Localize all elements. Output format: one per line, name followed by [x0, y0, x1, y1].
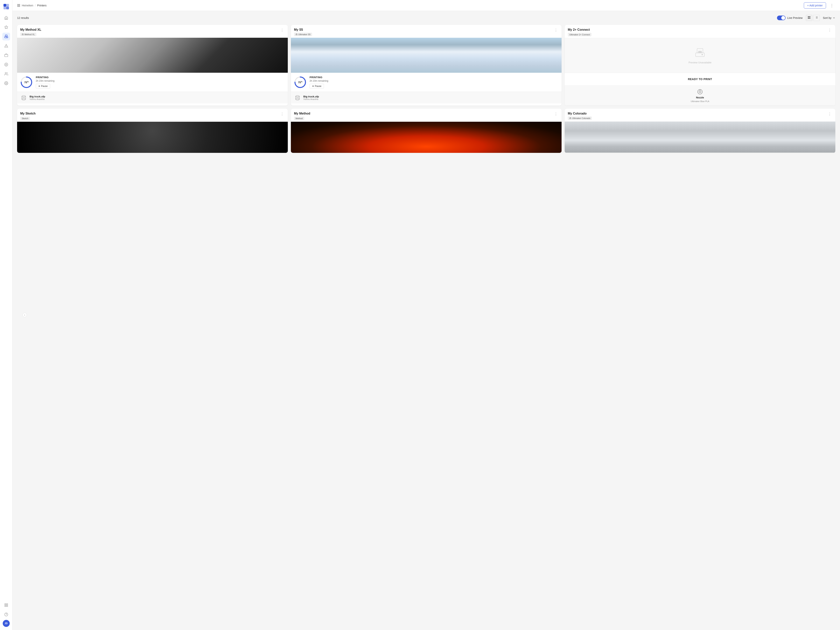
sidebar-item-help[interactable] [2, 611, 10, 618]
camera-feed [291, 38, 562, 73]
chevron-down-icon [833, 17, 835, 19]
pause-icon [38, 85, 40, 87]
pause-button[interactable]: Pause [309, 84, 324, 88]
printer-name: My S5 [294, 28, 312, 32]
progress-circle: 75% [20, 76, 33, 88]
job-name: Big truck.ufp [30, 95, 45, 98]
card-header: My S5 Ultimaker S5 ⋮ [291, 25, 562, 38]
add-printer-button[interactable]: + Add printer [804, 2, 826, 9]
printer-name: My Method [294, 112, 310, 115]
svg-rect-3 [6, 6, 9, 9]
svg-rect-48 [313, 85, 314, 87]
sidebar-item-team[interactable] [2, 70, 10, 78]
job-thumbnail-icon [294, 94, 301, 101]
svg-rect-38 [39, 85, 39, 87]
svg-rect-34 [22, 34, 23, 34]
sidebar-toggle[interactable]: › [22, 313, 27, 317]
printer-icon [22, 33, 24, 35]
sidebar-item-printers[interactable] [2, 33, 10, 41]
ready-area: READY TO PRINT [565, 73, 835, 85]
svg-rect-54 [699, 51, 701, 53]
page-header: Heineken / Printers + Add printer ⋮ [13, 0, 840, 11]
svg-rect-4 [5, 35, 7, 36]
printer-name: My Colorado [568, 112, 592, 115]
sidebar-item-settings[interactable] [2, 79, 10, 87]
printer-placeholder-icon [694, 47, 706, 59]
printer-card-method[interactable]: My Method Method ⋮ [291, 109, 562, 153]
printer-name: My Method XL [20, 28, 41, 32]
sort-by-button[interactable]: Sort by [823, 16, 835, 19]
grid-view-button[interactable] [806, 15, 812, 21]
svg-rect-43 [296, 34, 297, 34]
sidebar-item-materials[interactable] [2, 61, 10, 68]
model-badge: Method XL [20, 33, 36, 36]
card-menu-button[interactable]: ⋮ [553, 112, 559, 116]
svg-rect-59 [570, 117, 571, 118]
svg-rect-27 [809, 18, 810, 19]
sidebar-item-home[interactable] [2, 14, 10, 22]
pause-button[interactable]: Pause [36, 84, 50, 88]
svg-rect-16 [5, 605, 6, 607]
svg-text:75%: 75% [24, 81, 28, 84]
svg-rect-2 [3, 6, 6, 9]
printer-name: My Sketch [20, 112, 36, 115]
list-view-button[interactable] [813, 15, 820, 21]
svg-rect-9 [5, 54, 8, 57]
svg-point-11 [5, 64, 7, 65]
breadcrumb: Heineken / Printers [17, 4, 46, 7]
svg-rect-22 [17, 6, 19, 6]
status-area: 75% PRINTING 2h 23m remaining Pause [291, 73, 562, 92]
card-menu-button[interactable]: ⋮ [827, 28, 832, 32]
model-badge: Ultimaker S5 [294, 33, 312, 36]
card-menu-button[interactable]: ⋮ [279, 112, 285, 116]
nozzle-icon [697, 88, 703, 95]
printer-card-colorado[interactable]: My Colorado Ultimaker Colorado ⋮ [565, 109, 835, 153]
status-area: 75% PRINTING 2h 23m remaining Pause [17, 73, 288, 92]
live-preview-switch[interactable] [777, 16, 786, 20]
card-menu-button[interactable]: ⋮ [279, 28, 285, 32]
svg-rect-21 [19, 4, 20, 5]
svg-rect-26 [808, 18, 809, 19]
svg-rect-1 [6, 4, 9, 6]
model-badge: Method [294, 117, 304, 120]
card-header: My Method XL Method XL ⋮ [17, 25, 288, 38]
svg-rect-53 [696, 53, 704, 57]
toggle-knob [781, 16, 785, 20]
job-user: Vishnu Anantha [30, 98, 45, 100]
status-label: PRINTING [36, 76, 54, 79]
printer-card-2plus-connect[interactable]: My 2+ Connect Ultimaker 2+ Connect ⋮ [565, 25, 835, 106]
svg-text:75%: 75% [298, 81, 302, 84]
svg-rect-39 [39, 85, 40, 87]
printer-card-method-xl[interactable]: My Method XL Method XL ⋮ 75% [17, 25, 288, 106]
user-avatar[interactable]: JD [3, 620, 10, 627]
job-thumbnail-icon [20, 94, 27, 101]
header-more-button[interactable]: ⋮ [828, 2, 835, 9]
model-badge: Ultimaker Colorado [568, 117, 592, 120]
card-menu-button[interactable]: ⋮ [553, 28, 559, 32]
header-actions: + Add printer ⋮ [804, 2, 835, 9]
sidebar-item-jobs[interactable] [2, 51, 10, 59]
printer-card-sketch[interactable]: My Sketch Sketch ⋮ [17, 109, 288, 153]
app-logo[interactable] [3, 3, 10, 10]
svg-point-12 [5, 73, 6, 74]
camera-feed [565, 122, 835, 153]
status-info: PRINTING 2h 23m remaining Pause [309, 76, 328, 88]
progress-circle: 75% [294, 76, 306, 88]
breadcrumb-separator: / [35, 4, 36, 7]
sidebar-item-slicing[interactable] [2, 42, 10, 50]
sidebar-item-grid[interactable] [2, 601, 10, 609]
job-info: Big truck.ufp Vishnu Anantha [17, 92, 288, 103]
svg-rect-15 [6, 604, 8, 605]
nozzle-material: Ultimaker Blue PLA [691, 100, 709, 103]
card-menu-button[interactable]: ⋮ [827, 112, 832, 116]
svg-rect-47 [313, 85, 313, 87]
svg-rect-0 [3, 4, 6, 6]
toolbar: 12 results Live Preview [17, 15, 835, 21]
sidebar-item-design[interactable] [2, 23, 10, 31]
breadcrumb-current: Printers [37, 4, 46, 7]
card-header: My Colorado Ultimaker Colorado ⋮ [565, 109, 835, 122]
printers-grid: My Method XL Method XL ⋮ 75% [17, 25, 835, 153]
printer-card-s5[interactable]: My S5 Ultimaker S5 ⋮ 75% [291, 25, 562, 106]
breadcrumb-parent: Heineken [22, 4, 33, 7]
svg-rect-17 [6, 605, 8, 607]
